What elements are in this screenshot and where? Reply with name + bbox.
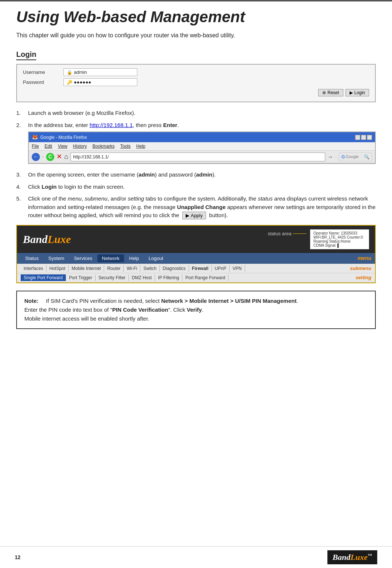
submenu-switch[interactable]: Switch [140, 265, 159, 272]
status-operator: Operator Name: 13505033 [313, 231, 366, 235]
separator-2: · [336, 154, 337, 160]
setting-label: setting [355, 275, 371, 280]
close-button[interactable]: ✕ [367, 135, 372, 140]
setting-dmz-host[interactable]: DMZ Host [129, 274, 155, 281]
menu-label: menu [358, 255, 371, 261]
footer: 12 BandLuxe™ [0, 546, 392, 568]
status-info-box: Operator Name: 13505033 WiFi:BR_LTE_4425… [310, 229, 369, 249]
google-g: G [341, 154, 345, 160]
router-link[interactable]: http://192.168.1.1 [90, 122, 133, 128]
apply-icon: ▶ [186, 213, 189, 218]
address-bar[interactable]: http://192.168.1.1/ [71, 153, 325, 161]
menu-edit[interactable]: Edit [45, 144, 52, 149]
router-setting-bar: Single Port Forward Port Trigger Securit… [17, 273, 375, 283]
submenu-firewall[interactable]: Firewall [189, 265, 212, 272]
menu-status[interactable]: Status [21, 254, 43, 262]
menu-help[interactable]: Help [125, 254, 144, 262]
router-header-right: status area —— Operator Name: 13505033 W… [268, 229, 369, 249]
google-search[interactable]: G Google 🔍 [339, 153, 372, 161]
menu-services[interactable]: Services [69, 254, 97, 262]
login-section-title: Login [16, 50, 36, 60]
setting-security-filter[interactable]: Security Filter [96, 274, 129, 281]
back-button[interactable]: ← [32, 153, 40, 161]
password-value: ●●●●●● [74, 79, 91, 85]
google-label: Google [345, 154, 358, 160]
browser-titlebar: 🦊 Google - Mozilla Firefox _ □ ✕ [29, 132, 375, 142]
menu-logout[interactable]: Logout [144, 254, 168, 262]
menu-system[interactable]: System [44, 254, 69, 262]
firefox-icon: 🦊 [32, 133, 38, 141]
setting-single-port-forward[interactable]: Single Port Forward [21, 274, 66, 281]
router-header: BandLuxe status area —— Operator Name: 1… [17, 226, 375, 253]
step-3: On the opening screen, enter the usernam… [16, 171, 376, 179]
submenu-mobile-internet[interactable]: Mobile Internet [69, 265, 104, 272]
bandluxe-logo: BandLuxe [23, 233, 71, 246]
footer-tm: ™ [368, 553, 372, 558]
separator-1: · [42, 152, 44, 162]
browser-toolbar: ← · C ✕ ⌂ http://192.168.1.1/ → · G Goog… [29, 151, 375, 163]
lock-icon: 🔑 [67, 80, 72, 85]
login-buttons: ⊛ Reset ▶ Login [23, 89, 369, 96]
apply-label: Apply [191, 213, 203, 218]
page-number: 12 [15, 554, 21, 560]
reset-icon: ⊛ [322, 90, 326, 95]
menu-network[interactable]: Network [97, 254, 124, 262]
setting-ip-filtering[interactable]: IP Filtering [155, 274, 182, 281]
reset-button[interactable]: ⊛ Reset [318, 89, 343, 96]
step-2-content: In the address bar, enter http://192.168… [28, 121, 376, 167]
username-input[interactable]: 🔒 admin [63, 68, 137, 76]
step-4: Click Login to login to the main screen. [16, 183, 376, 191]
submenu-upnp[interactable]: UPnP [212, 265, 230, 272]
submenu-router[interactable]: Router [104, 265, 124, 272]
password-label: Password [23, 79, 63, 85]
steps-list: Launch a web browser (e.g Mozilla Firefo… [16, 109, 376, 220]
submenu-vpn[interactable]: VPN [230, 265, 245, 272]
login-box: Username 🔒 admin Password 🔑 ●●●●●● ⊛ Res… [16, 64, 376, 102]
step-4-text: Click Login to login to the main screen. [28, 183, 376, 191]
submenu-diagnostics[interactable]: Diagnostics [160, 265, 189, 272]
router-ui: BandLuxe status area —— Operator Name: 1… [16, 225, 376, 283]
status-roaming: Roaming Status:Home [313, 239, 366, 243]
restore-button[interactable]: □ [361, 135, 366, 140]
submenu-interfaces[interactable]: Interfaces [21, 265, 47, 272]
submenu-hotspot[interactable]: HotSpot [47, 265, 69, 272]
login-button[interactable]: ▶ Login [345, 89, 369, 96]
intro-text: This chapter will guide you on how to co… [16, 31, 376, 40]
browser-menubar: File Edit View History Bookmarks Tools H… [29, 142, 375, 151]
setting-port-trigger[interactable]: Port Trigger [66, 274, 96, 281]
stop-button[interactable]: ✕ [56, 152, 62, 162]
menu-file[interactable]: File [32, 144, 39, 149]
router-submenu-bar: Interfaces HotSpot Mobile Internet Route… [17, 264, 375, 273]
main-content: Using Web-based Management This chapter … [0, 1, 392, 366]
menu-help[interactable]: Help [136, 144, 145, 149]
logo-luxe: Luxe [48, 233, 71, 245]
go-arrow[interactable]: → [327, 153, 333, 161]
menu-history[interactable]: History [73, 144, 87, 149]
menu-view[interactable]: View [58, 144, 68, 149]
menu-bookmarks[interactable]: Bookmarks [93, 144, 115, 149]
username-label: Username [23, 69, 63, 75]
browser-window-buttons: _ □ ✕ [355, 135, 372, 140]
step-3-text: On the opening screen, enter the usernam… [28, 171, 376, 179]
setting-port-range-forward[interactable]: Port Range Forward [182, 274, 228, 281]
username-value: admin [74, 69, 87, 75]
status-cdma: CDMA Signal: ▌ [313, 243, 366, 247]
minimize-button[interactable]: _ [355, 135, 360, 140]
status-wifi: WiFi:BR_LTE_4425 Counter:0 [313, 235, 366, 239]
submenu-wifi[interactable]: Wi-Fi [124, 265, 140, 272]
footer-logo: BandLuxe™ [327, 550, 377, 564]
apply-button[interactable]: ▶ Apply [182, 212, 206, 219]
status-area-label: status area [268, 231, 292, 236]
search-icon[interactable]: 🔍 [364, 154, 369, 160]
login-icon: ▶ [350, 90, 353, 95]
refresh-button[interactable]: C [46, 153, 54, 161]
step-5: Click one of the menu, submenu, and/or s… [16, 195, 376, 220]
logo-band: Band [23, 233, 48, 245]
password-input[interactable]: 🔑 ●●●●●● [63, 78, 137, 86]
submenu-label: submenu [350, 266, 371, 271]
step-1-text: Launch a web browser (e.g Mozilla Firefo… [28, 109, 376, 117]
home-button[interactable]: ⌂ [64, 152, 68, 162]
note-box: Note: If SIM Card's PIN verification is … [16, 291, 376, 329]
status-area-arrow: —— [293, 229, 306, 237]
menu-tools[interactable]: Tools [120, 144, 131, 149]
